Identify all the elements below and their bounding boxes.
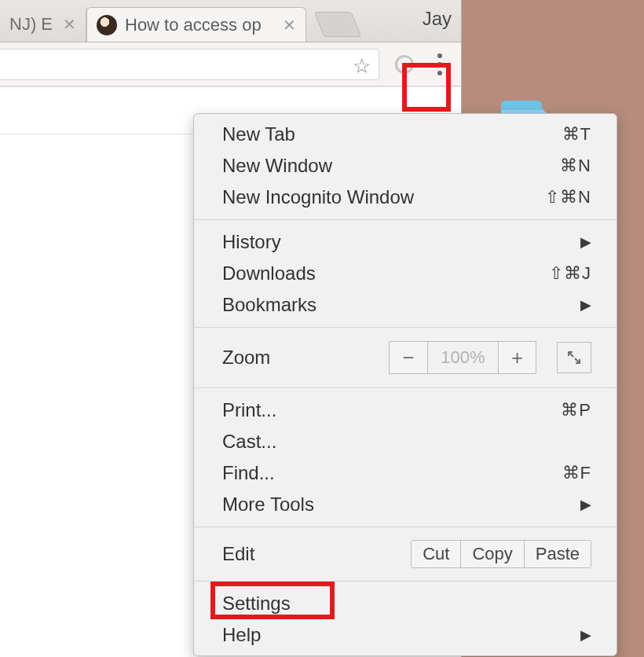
menu-label: New Incognito Window	[222, 186, 545, 208]
zoom-level: 100%	[427, 342, 498, 373]
menu-label: More Tools	[222, 494, 580, 516]
toolbar: ☆	[0, 42, 461, 86]
menu-item-find[interactable]: Find... ⌘F	[194, 457, 617, 489]
menu-separator	[194, 219, 617, 220]
menu-item-settings[interactable]: Settings	[194, 588, 617, 619]
menu-shortcut: ⌘N	[560, 156, 591, 176]
menu-item-zoom: Zoom − 100% +	[194, 334, 617, 381]
menu-separator	[194, 387, 617, 388]
paste-button[interactable]: Paste	[524, 541, 591, 567]
menu-shortcut: ⇧⌘N	[545, 187, 591, 207]
extension-icon[interactable]	[392, 52, 417, 77]
fullscreen-button[interactable]	[557, 342, 591, 373]
menu-label: Find...	[222, 462, 562, 484]
zoom-controls: − 100% +	[389, 341, 536, 374]
kebab-icon	[437, 53, 442, 75]
close-icon[interactable]: ✕	[283, 16, 296, 35]
menu-label: Edit	[222, 543, 411, 565]
menu-shortcut: ⌘T	[562, 124, 591, 145]
close-icon[interactable]: ✕	[63, 15, 76, 34]
menu-item-new-window[interactable]: New Window ⌘N	[194, 150, 617, 182]
menu-item-new-incognito[interactable]: New Incognito Window ⇧⌘N	[194, 182, 617, 213]
chrome-menu-button[interactable]	[423, 48, 456, 81]
menu-separator	[194, 327, 617, 328]
menu-item-history[interactable]: History ▶	[194, 226, 617, 258]
tab-label: NJ) E	[9, 14, 57, 35]
menu-item-cast[interactable]: Cast...	[194, 426, 617, 457]
menu-item-bookmarks[interactable]: Bookmarks ▶	[194, 289, 617, 321]
chevron-right-icon: ▶	[580, 626, 591, 644]
chrome-menu: New Tab ⌘T New Window ⌘N New Incognito W…	[193, 113, 617, 656]
zoom-in-button[interactable]: +	[498, 342, 536, 373]
menu-label: Settings	[222, 593, 591, 615]
menu-label: Downloads	[222, 262, 549, 284]
tab-label: How to access op	[125, 15, 276, 35]
tab-strip: NJ) E ✕ How to access op ✕ Jay	[0, 0, 461, 42]
menu-label: Bookmarks	[222, 294, 580, 316]
chevron-right-icon: ▶	[580, 496, 591, 513]
menu-item-edit: Edit Cut Copy Paste	[194, 534, 617, 574]
new-tab-button[interactable]	[314, 12, 362, 37]
copy-button[interactable]: Copy	[460, 541, 523, 567]
tab-active[interactable]: How to access op ✕	[86, 7, 306, 42]
menu-label: New Window	[222, 155, 560, 177]
edit-buttons: Cut Copy Paste	[411, 540, 591, 568]
menu-label: Print...	[222, 399, 561, 421]
zoom-out-button[interactable]: −	[390, 342, 427, 373]
chevron-right-icon: ▶	[580, 296, 591, 314]
cut-button[interactable]: Cut	[412, 541, 460, 567]
menu-shortcut: ⇧⌘J	[549, 263, 591, 284]
tab-favicon	[97, 15, 117, 35]
menu-label: History	[222, 231, 580, 253]
profile-button[interactable]: Jay	[423, 8, 452, 30]
menu-label: New Tab	[222, 123, 562, 145]
menu-label: Help	[222, 624, 580, 646]
menu-label: Zoom	[222, 347, 389, 369]
bookmark-star-icon[interactable]: ☆	[353, 54, 371, 79]
menu-label: Cast...	[222, 431, 591, 453]
menu-item-downloads[interactable]: Downloads ⇧⌘J	[194, 258, 617, 289]
menu-item-more-tools[interactable]: More Tools ▶	[194, 489, 617, 520]
chevron-right-icon: ▶	[580, 233, 591, 251]
menu-item-help[interactable]: Help ▶	[194, 619, 617, 651]
menu-shortcut: ⌘P	[561, 400, 591, 420]
menu-item-print[interactable]: Print... ⌘P	[194, 395, 617, 426]
menu-separator	[194, 581, 617, 582]
menu-shortcut: ⌘F	[562, 463, 591, 483]
menu-item-new-tab[interactable]: New Tab ⌘T	[194, 119, 617, 150]
menu-separator	[194, 527, 617, 527]
address-bar[interactable]: ☆	[0, 49, 379, 80]
tab-inactive[interactable]: NJ) E ✕	[0, 7, 86, 42]
